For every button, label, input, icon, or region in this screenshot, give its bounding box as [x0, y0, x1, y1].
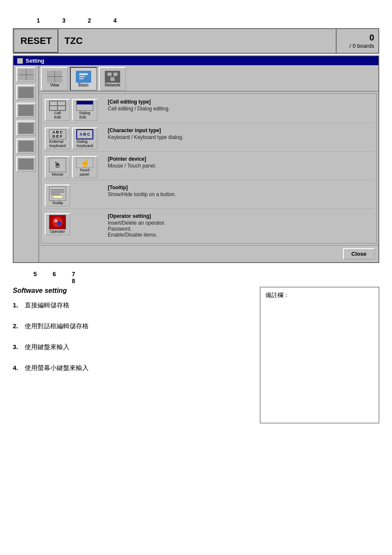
pointer-text: Mouse / Touch panel.	[108, 163, 373, 169]
setting-row-pointer: 🖱 Mouse ☝ Touchpanel [Pointer device] Mo…	[45, 154, 373, 180]
svg-rect-2	[79, 78, 84, 79]
reset-button[interactable]: RESET	[14, 29, 58, 53]
cell-edit-title: [Cell editing type]	[108, 99, 373, 105]
item-3-num: 3.	[13, 343, 21, 350]
char-input-desc: [Character input type] Keyboard / Keyboa…	[108, 127, 373, 140]
tooltip-desc: [Tooltip] Show/Hide tooltip on a button.	[108, 185, 373, 197]
dialog-icon	[76, 101, 93, 111]
setting-content: View Basic	[39, 65, 378, 262]
annotation-3: 3	[51, 17, 77, 24]
svg-point-14	[57, 221, 61, 225]
basic-tab-icon	[76, 71, 91, 83]
svg-rect-8	[51, 189, 64, 191]
list-item-3: 3. 使用鍵盤來輸入	[13, 343, 253, 351]
count-label: / 0 boards	[349, 43, 374, 49]
tooltip-text: Show/Hide tooltip on a button.	[108, 191, 373, 197]
tab-network-label: Network	[105, 83, 121, 87]
annotation-78: 7 8	[64, 271, 83, 284]
svg-rect-4	[114, 73, 117, 75]
svg-point-13	[54, 219, 58, 223]
sidebar-btn-2[interactable]	[16, 85, 36, 100]
touch-icon: ☝	[76, 158, 93, 168]
setting-row-cell: CellEdit DialogEdit [Cell editing type] …	[45, 97, 373, 123]
sidebar-btn-6[interactable]	[16, 156, 36, 172]
item-2-text: 使用對話框編輯儲存格	[25, 322, 89, 330]
annotation-1: 1	[26, 17, 51, 24]
setting-tabs: View Basic	[39, 65, 378, 92]
setting-main: CellEdit DialogEdit [Cell editing type] …	[41, 93, 377, 243]
abc-icon: A B CD E F	[49, 129, 66, 139]
svg-rect-9	[51, 191, 64, 193]
toolbar-count: 0 / 0 boards	[336, 29, 378, 53]
bottom-left: Softwave setting 1. 直接編輯儲存格 2. 使用對話框編輯儲存…	[13, 287, 253, 423]
titlebar-icon	[17, 58, 23, 64]
count-number: 0	[369, 33, 374, 43]
sidebar-btn-1[interactable]	[16, 67, 36, 82]
svg-rect-0	[79, 73, 88, 75]
tab-basic-label: Basic	[78, 83, 89, 87]
tab-basic[interactable]: Basic	[70, 67, 97, 91]
operator-icons: Operator	[45, 213, 104, 235]
cell-icon	[49, 101, 66, 111]
item-4-num: 4.	[13, 364, 21, 371]
list-item-4: 4. 使用螢幕小鍵盤來輸入	[13, 364, 253, 372]
bottom-section: Softwave setting 1. 直接編輯儲存格 2. 使用對話框編輯儲存…	[0, 287, 392, 423]
external-keyboard-button[interactable]: A B CD E F ExternalKeyboard	[45, 127, 70, 150]
external-keyboard-label: ExternalKeyboard	[49, 139, 66, 148]
dialog-keyboard-label: DialogKeyboard	[77, 139, 93, 148]
close-button[interactable]: Close	[343, 248, 375, 260]
item-2-num: 2.	[13, 322, 21, 330]
notes-label: 備註欄：	[265, 292, 289, 298]
pointer-title: [Pointer device]	[108, 156, 373, 162]
annotation-2: 2	[77, 17, 102, 24]
dialog-edit-button[interactable]: DialogEdit	[72, 99, 98, 121]
touch-panel-label: Touchpanel	[80, 168, 90, 176]
tooltip-title: [Tooltip]	[108, 185, 373, 191]
setting-footer: Close	[39, 245, 378, 262]
sidebar-btn-4[interactable]	[16, 121, 36, 136]
setting-body: View Basic	[14, 65, 378, 262]
sidebar-btn-3[interactable]	[16, 103, 36, 118]
setting-row-tooltip: Tooltip [Tooltip] Show/Hide tooltip on a…	[45, 183, 373, 209]
pointer-icons: 🖱 Mouse ☝ Touchpanel	[45, 156, 104, 178]
cell-edit-button[interactable]: CellEdit	[45, 99, 70, 121]
dialog-keyboard-button[interactable]: A B C DialogKeyboard	[72, 127, 98, 150]
tooltip-icon	[49, 186, 66, 201]
operator-button[interactable]: Operator	[45, 213, 70, 235]
setting-dialog: Setting	[13, 55, 379, 263]
mouse-button[interactable]: 🖱 Mouse	[45, 156, 70, 178]
dialog-edit-label: DialogEdit	[79, 111, 90, 119]
svg-rect-5	[111, 78, 114, 81]
tooltip-button[interactable]: Tooltip	[45, 185, 70, 207]
list-item-2: 2. 使用對話框編輯儲存格	[13, 322, 253, 330]
notes-box: 備註欄：	[260, 287, 379, 423]
top-annotations: 1 3 2 4	[0, 0, 392, 28]
sidebar-btn-5[interactable]	[16, 139, 36, 154]
item-1-text: 直接編輯儲存格	[25, 301, 69, 309]
tab-network[interactable]: Network	[99, 67, 126, 91]
section-title: Softwave setting	[13, 287, 253, 295]
char-input-title: [Character input type]	[108, 127, 373, 133]
view-tab-icon	[47, 71, 62, 83]
item-3-text: 使用鍵盤來輸入	[25, 343, 69, 351]
mouse-label: Mouse	[52, 172, 63, 176]
tab-view[interactable]: View	[41, 67, 68, 91]
annotation-6: 6	[45, 271, 64, 284]
touch-panel-button[interactable]: ☝ Touchpanel	[72, 156, 98, 178]
operator-text: Insert/Delete an operator.Password.Enabl…	[108, 220, 373, 238]
cell-edit-desc: [Cell editing type] Cell editing / Dialo…	[108, 99, 373, 112]
annotation-4: 4	[102, 17, 128, 24]
list-item-1: 1. 直接編輯儲存格	[13, 301, 253, 309]
cell-edit-label: CellEdit	[54, 111, 61, 119]
setting-titlebar: Setting	[14, 56, 378, 65]
char-input-text: Keyboard / Keyboard type dialog.	[108, 134, 373, 140]
abc-blue-icon: A B C	[76, 129, 93, 139]
svg-line-6	[110, 75, 112, 78]
operator-title: [Operator setting]	[108, 213, 373, 219]
bottom-annotations: 5 6 7 8	[0, 263, 392, 287]
item-1-num: 1.	[13, 301, 21, 309]
setting-title: Setting	[26, 58, 44, 64]
item-4-text: 使用螢幕小鍵盤來輸入	[25, 364, 89, 372]
tooltip-icons: Tooltip	[45, 185, 104, 207]
cell-edit-icons: CellEdit DialogEdit	[45, 99, 104, 121]
